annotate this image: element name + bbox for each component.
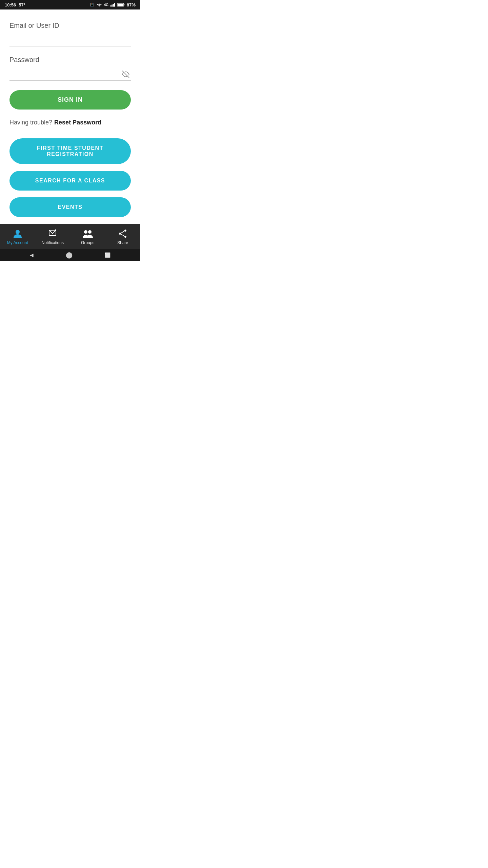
battery-icon	[117, 3, 125, 7]
nav-item-my-account[interactable]: My Account	[0, 228, 35, 245]
status-bar: 10:56 57° 📳 4G 87%	[0, 0, 140, 9]
email-input[interactable]	[9, 34, 131, 46]
nav-label-share: Share	[117, 240, 128, 245]
sign-in-button[interactable]: SIGN IN	[9, 90, 131, 110]
main-content: Email or User ID Password SIGN IN Having…	[0, 9, 140, 224]
android-nav-bar: ◀ ⬤ ⬜	[0, 249, 140, 261]
battery-percent: 87%	[127, 2, 136, 7]
nav-item-share[interactable]: Share	[105, 228, 141, 245]
status-time: 10:56	[5, 2, 16, 7]
svg-rect-1	[111, 4, 113, 6]
svg-point-12	[88, 230, 92, 234]
password-form-group: Password	[9, 56, 131, 81]
nav-item-notifications[interactable]: Notifications	[35, 228, 70, 245]
status-temp: 57°	[19, 2, 25, 7]
password-input[interactable]	[9, 68, 131, 81]
android-home-button[interactable]: ⬤	[66, 251, 73, 259]
svg-point-15	[124, 236, 126, 238]
wifi-icon	[97, 3, 102, 7]
trouble-row: Having trouble? Reset Password	[9, 119, 131, 126]
network-icon: 4G	[104, 3, 108, 7]
svg-point-14	[119, 233, 121, 235]
search-class-button[interactable]: SEARCH FOR A CLASS	[9, 171, 131, 191]
email-label: Email or User ID	[9, 22, 131, 29]
nav-item-groups[interactable]: Groups	[70, 228, 105, 245]
svg-rect-6	[118, 3, 123, 6]
nav-label-notifications: Notifications	[42, 240, 64, 245]
svg-rect-2	[113, 4, 114, 6]
svg-rect-5	[124, 4, 124, 6]
svg-point-11	[84, 230, 87, 234]
svg-rect-0	[110, 5, 111, 6]
svg-point-13	[124, 230, 126, 232]
events-button[interactable]: EVENTS	[9, 197, 131, 217]
first-time-registration-button[interactable]: FIRST TIME STUDENT REGISTRATION	[9, 138, 131, 164]
svg-line-16	[121, 231, 124, 233]
groups-icon	[82, 228, 93, 239]
android-back-button[interactable]: ◀	[30, 252, 34, 258]
nav-label-groups: Groups	[81, 240, 94, 245]
svg-point-8	[16, 230, 20, 234]
password-label: Password	[9, 56, 131, 64]
svg-line-17	[121, 234, 124, 236]
my-account-icon	[12, 228, 23, 239]
vibrate-icon: 📳	[90, 3, 95, 7]
notifications-icon	[47, 228, 58, 239]
nav-label-my-account: My Account	[7, 240, 28, 245]
password-wrapper	[9, 68, 131, 81]
share-icon	[117, 228, 128, 239]
android-recents-button[interactable]: ⬜	[105, 252, 110, 258]
password-toggle-icon[interactable]	[121, 69, 131, 79]
email-form-group: Email or User ID	[9, 22, 131, 46]
reset-password-link[interactable]: Reset Password	[54, 119, 101, 126]
trouble-text: Having trouble?	[9, 119, 52, 126]
bottom-nav: My Account Notifications Groups	[0, 224, 140, 249]
svg-rect-3	[114, 3, 115, 7]
signal-icon	[110, 3, 115, 7]
